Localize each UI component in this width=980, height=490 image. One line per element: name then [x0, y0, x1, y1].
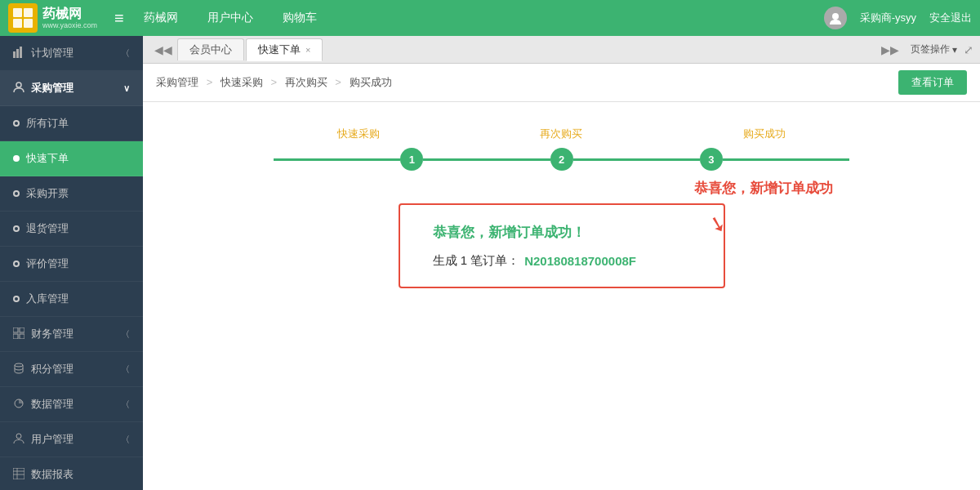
sidebar-item-purchase-invoice[interactable]: 采购开票: [0, 176, 143, 212]
dot-icon-invoice: [13, 190, 20, 197]
nav-link-user-center[interactable]: 用户中心: [201, 7, 260, 29]
svg-rect-16: [13, 468, 24, 479]
purchase-icon: [13, 82, 24, 96]
dot-icon-returns: [13, 225, 20, 232]
sidebar-item-purchase-management[interactable]: 采购管理 ∨: [0, 71, 143, 106]
steps-row: 1 2 3: [159, 148, 964, 171]
tab-member-center[interactable]: 会员中心: [177, 38, 244, 60]
tab-bar: ◀◀ 会员中心 快速下单 × ▶▶ 页签操作 ▾ ⤢: [143, 36, 980, 64]
tab-label-quick-order: 快速下单: [258, 42, 301, 57]
chart-icon: [13, 47, 24, 60]
chevron-right-points: 〈: [121, 363, 130, 376]
view-order-button[interactable]: 查看订单: [898, 70, 967, 95]
tab-nav-prev[interactable]: ◀◀: [149, 43, 177, 56]
svg-rect-6: [16, 49, 19, 58]
success-title: 恭喜您，新增订单成功！: [433, 223, 691, 242]
connector-2-3: [573, 158, 700, 161]
chevron-right-user: 〈: [121, 434, 130, 446]
content-area: ◀◀ 会员中心 快速下单 × ▶▶ 页签操作 ▾ ⤢: [143, 36, 980, 490]
breadcrumb-item-0: 采购管理: [156, 76, 198, 88]
step-label-3: 购买成功: [663, 127, 866, 141]
page-content: 快速采购 再次购买 购买成功 1 2 3 恭喜您，新增订单成功: [143, 102, 980, 490]
logo: 药械网 www.yaoxie.com: [8, 3, 98, 33]
svg-point-15: [16, 434, 21, 439]
nav-link-cart[interactable]: 购物车: [276, 7, 323, 29]
svg-rect-10: [20, 327, 24, 332]
page-ops-label: 页签操作: [911, 42, 950, 56]
sidebar-label-returns: 退货管理: [26, 221, 69, 236]
svg-rect-2: [13, 19, 22, 28]
tab-nav-next[interactable]: ▶▶: [876, 43, 904, 56]
dot-icon-warehouse: [13, 296, 20, 302]
sidebar-item-returns[interactable]: 退货管理: [0, 212, 143, 247]
svg-rect-9: [13, 327, 18, 332]
top-navigation: 药械网 www.yaoxie.com ≡ 药械网 用户中心 购物车 采购商-ys…: [0, 0, 980, 36]
sidebar-label-reports: 数据报表: [31, 467, 74, 482]
active-dot-icon: [13, 155, 20, 162]
logo-text: 药械网: [42, 7, 97, 21]
svg-rect-7: [20, 47, 22, 58]
main-layout: 计划管理 〈 采购管理 ∨ 所有订单 快速下单 采购开票 退货管理: [0, 36, 980, 490]
chevron-down-icon: ∨: [123, 83, 130, 94]
sidebar-label-reviews: 评价管理: [26, 256, 69, 271]
sidebar-item-all-orders[interactable]: 所有订单: [0, 106, 143, 141]
nav-links: 药械网 用户中心 购物车: [137, 7, 824, 29]
steps-section: 快速采购 再次购买 购买成功 1 2 3: [159, 118, 964, 195]
sidebar-label-points: 积分管理: [31, 362, 74, 376]
sep-1: >: [270, 76, 279, 88]
sep-0: >: [207, 76, 216, 88]
logo-sub: www.yaoxie.com: [42, 21, 97, 29]
sidebar-label-invoice: 采购开票: [26, 186, 69, 201]
success-detail-prefix: 生成 1 笔订单：: [433, 253, 520, 269]
sidebar-label-plan: 计划管理: [31, 46, 74, 60]
sidebar-label-finance: 财务管理: [31, 327, 74, 341]
nav-link-medicine[interactable]: 药械网: [137, 7, 185, 29]
sidebar-label-all-orders: 所有订单: [26, 116, 69, 131]
chevron-right-data: 〈: [121, 399, 130, 411]
svg-point-4: [832, 13, 839, 20]
sidebar-item-plan-management[interactable]: 计划管理 〈: [0, 36, 143, 71]
step-circle-2: 2: [550, 148, 573, 171]
chevron-right-finance: 〈: [121, 328, 130, 341]
step-label-2: 再次购买: [460, 127, 662, 141]
pie-icon: [13, 398, 24, 412]
sidebar-label-quick-order: 快速下单: [26, 151, 69, 166]
svg-rect-11: [13, 334, 18, 339]
sidebar-item-user-mgmt[interactable]: 用户管理 〈: [0, 422, 143, 457]
svg-rect-0: [13, 8, 22, 17]
sidebar-label-user-mgmt: 用户管理: [31, 432, 74, 447]
svg-rect-1: [24, 8, 33, 17]
sidebar-label-purchase: 采购管理: [31, 81, 74, 96]
success-box: 恭喜您，新增订单成功！ 生成 1 笔订单： N20180818700008F: [399, 203, 725, 288]
page-ops-button[interactable]: 页签操作 ▾: [911, 42, 957, 56]
tab-quick-order[interactable]: 快速下单 ×: [246, 38, 323, 61]
sidebar-item-points[interactable]: 积分管理 〈: [0, 352, 143, 387]
breadcrumb-bar: 采购管理 > 快速采购 > 再次购买 > 购买成功 查看订单: [143, 64, 980, 102]
success-area: 恭喜您，新增订单成功 ➘ 恭喜您，新增订单成功！ 生成 1 笔订单： N2018…: [159, 203, 964, 288]
sidebar-item-quick-order[interactable]: 快速下单: [0, 141, 143, 176]
order-number: N20180818700008F: [524, 254, 636, 268]
connector-1-2: [423, 158, 550, 161]
page-ops-arrow: ▾: [952, 44, 957, 56]
user-avatar: [824, 7, 847, 29]
db-icon: [13, 363, 24, 376]
dot-icon: [13, 120, 20, 127]
chevron-right-icon: 〈: [121, 47, 130, 60]
sidebar-item-reviews[interactable]: 评价管理: [0, 247, 143, 282]
fullscreen-button[interactable]: ⤢: [964, 43, 973, 56]
grid-icon: [13, 327, 24, 341]
svg-rect-5: [13, 51, 16, 58]
sidebar-item-warehouse[interactable]: 入库管理: [0, 282, 143, 317]
svg-rect-12: [20, 334, 24, 339]
step-label-1: 快速采购: [257, 127, 460, 141]
step-circle-1: 1: [400, 148, 423, 171]
sidebar-item-reports[interactable]: 数据报表: [0, 457, 143, 490]
hamburger-menu[interactable]: ≡: [114, 9, 124, 28]
step-circle-3: 3: [700, 148, 723, 171]
logout-button[interactable]: 安全退出: [929, 11, 972, 25]
sidebar-item-data-mgmt[interactable]: 数据管理 〈: [0, 387, 143, 422]
breadcrumb-item-3: 购买成功: [350, 76, 392, 88]
sidebar-label-data-mgmt: 数据管理: [31, 397, 74, 412]
tab-close-icon[interactable]: ×: [305, 45, 310, 55]
sidebar-item-finance[interactable]: 财务管理 〈: [0, 317, 143, 352]
